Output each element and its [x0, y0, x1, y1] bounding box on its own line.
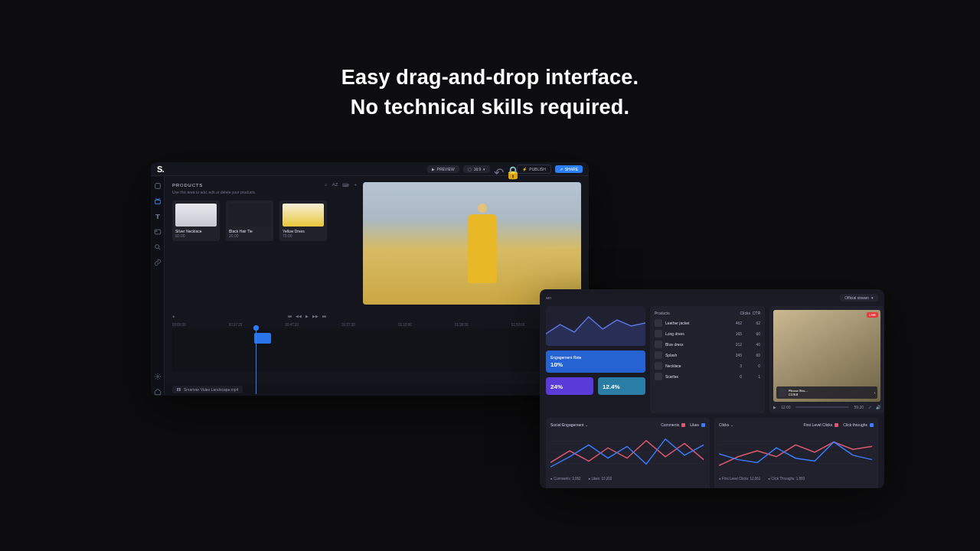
home-icon[interactable] — [154, 388, 162, 396]
headline-line-1: Easy drag-and-drop interface. — [341, 66, 639, 89]
stream-status[interactable]: Official stream ▾ — [840, 294, 878, 302]
scrubber[interactable] — [795, 406, 850, 408]
clicks-chart: Clicks ⌄ First Level Clicks Click throug… — [714, 418, 878, 488]
step-fwd-icon[interactable]: ▶▶ — [312, 314, 318, 318]
share-button[interactable]: ↗ SHARE — [555, 165, 583, 173]
layers-icon[interactable] — [154, 182, 162, 190]
live-badge: LIVE — [867, 312, 878, 318]
search-icon[interactable]: ⌕ — [325, 182, 328, 187]
product-card[interactable]: Yellow Dress 70.00 — [279, 201, 327, 241]
product-icon[interactable] — [154, 197, 162, 205]
volume-icon[interactable]: 🔊 — [876, 405, 880, 409]
product-thumb — [283, 204, 324, 227]
legend-comments[interactable]: Comments — [661, 422, 685, 427]
product-thumb — [175, 204, 217, 227]
expand-icon[interactable]: ⤢ — [868, 405, 871, 409]
product-card[interactable]: Black Hair Tie 20.00 — [226, 201, 273, 241]
film-icon: 🎞 — [177, 387, 181, 392]
table-row[interactable]: Scarfes01 — [655, 373, 760, 380]
headline: Easy drag-and-drop interface. No technic… — [0, 63, 980, 122]
social-engagement-chart: Social Engagement ⌄ Comments Likes ● Com… — [546, 418, 710, 488]
products-table-title: Products — [655, 311, 670, 315]
media-icon[interactable] — [154, 228, 162, 236]
svg-rect-0 — [155, 184, 160, 189]
editor-top-actions: ▶ PREVIEW ▢ 16:9 ▾ ↶ 🔒 ⚡ PUBLISH ↗ SHARE — [427, 165, 583, 174]
publish-button[interactable]: ⚡ PUBLISH — [517, 165, 550, 174]
editor-siderail — [151, 176, 165, 396]
time-elapsed: 12:00 — [781, 405, 791, 409]
text-icon[interactable] — [154, 213, 162, 220]
skip-fwd-icon[interactable]: ⏭ — [322, 314, 326, 318]
search-icon[interactable] — [154, 243, 162, 251]
play-icon[interactable]: ▶ — [305, 314, 309, 318]
editor-topbar: S. ▶ PREVIEW ▢ 16:9 ▾ ↶ 🔒 ⚡ PUBLISH ↗ SH… — [151, 162, 589, 176]
keyboard-icon[interactable]: ⌨ — [342, 182, 349, 187]
products-subtitle: Use this area to add, edit or delete you… — [172, 190, 357, 194]
app-logo[interactable]: S. — [157, 165, 164, 174]
products-panel: PRODUCTS ⌕ AZ ⌨ + Use this area to add, … — [172, 182, 357, 305]
aspect-toggle[interactable]: ▢ 16:9 ▾ — [463, 165, 491, 173]
chevron-down-icon[interactable]: ⌄ — [730, 422, 733, 427]
svg-point-3 — [155, 245, 158, 249]
add-product-icon[interactable]: + — [354, 182, 357, 187]
legend-first-level[interactable]: First Level Clicks — [804, 422, 839, 427]
play-icon[interactable]: ▶ — [773, 405, 776, 409]
live-preview: LIVE Filcase Stra… £126.8 › ▶ 12:00 59:2… — [769, 306, 884, 413]
kpi-engagement-rate[interactable]: Engagement Rate 10% — [546, 350, 645, 373]
time-total: 59:20 — [854, 405, 864, 409]
timeline-scale: 00:00:0000:27:2000:47:2001:07:2001:10:00… — [172, 323, 581, 327]
skip-back-icon[interactable]: ⏮ — [288, 314, 292, 318]
table-row[interactable]: Splash34560 — [655, 351, 760, 359]
kpi-b[interactable]: 12.4% — [598, 377, 645, 395]
dashboard-window: am Official stream ▾ Engagement Rate 10%… — [540, 289, 884, 488]
legend-clickthrough[interactable]: Click throughs — [843, 422, 874, 427]
timeline-start-marker[interactable]: ● — [172, 314, 175, 318]
timeline-track[interactable] — [172, 328, 581, 371]
link-icon[interactable] — [154, 259, 162, 266]
preview-button[interactable]: ▶ PREVIEW — [427, 165, 459, 173]
undo-icon[interactable]: ↶ — [494, 165, 501, 173]
kpi-a[interactable]: 24% — [546, 377, 593, 395]
svg-rect-1 — [155, 230, 161, 234]
gear-icon[interactable] — [154, 373, 162, 380]
dashboard-title: am — [546, 295, 551, 300]
svg-point-2 — [155, 231, 156, 232]
table-row[interactable]: Leather jacket46262 — [655, 319, 760, 327]
lock-icon[interactable]: 🔒 — [505, 165, 513, 173]
product-card[interactable]: Silver Necklace 60.00 — [172, 201, 220, 241]
mini-chart — [546, 306, 645, 346]
headline-line-2: No technical skills required. — [351, 96, 629, 119]
timeline: ● ⏮ ◀◀ ▶ ▶▶ ⏭ 00:52:10 / 02:20:00 00:00:… — [165, 309, 589, 383]
table-row[interactable]: Long dress16560 — [655, 330, 760, 337]
step-back-icon[interactable]: ◀◀ — [296, 314, 302, 318]
table-row[interactable]: Blue dress21240 — [655, 341, 760, 348]
svg-point-4 — [156, 376, 158, 378]
video-preview[interactable] — [363, 182, 581, 305]
products-title: PRODUCTS — [172, 183, 203, 187]
editor-window: S. ▶ PREVIEW ▢ 16:9 ▾ ↶ 🔒 ⚡ PUBLISH ↗ SH… — [151, 162, 589, 396]
table-row[interactable]: Necklace30 — [655, 362, 760, 370]
sort-az-icon[interactable]: AZ — [332, 182, 338, 187]
live-product-overlay[interactable]: Filcase Stra… £126.8 › — [776, 386, 877, 399]
products-table: Products Clicks CTR Leather jacket46262 … — [650, 306, 765, 413]
product-thumb — [229, 204, 270, 227]
live-video[interactable]: LIVE Filcase Stra… £126.8 › — [773, 310, 880, 402]
preview-subject — [468, 214, 497, 283]
chevron-down-icon[interactable]: ⌄ — [585, 422, 588, 427]
clip-filename[interactable]: 🎞 Smartzer Video Landscape.mp4 — [172, 386, 243, 393]
legend-likes[interactable]: Likes — [690, 422, 705, 427]
playhead[interactable] — [256, 328, 256, 394]
